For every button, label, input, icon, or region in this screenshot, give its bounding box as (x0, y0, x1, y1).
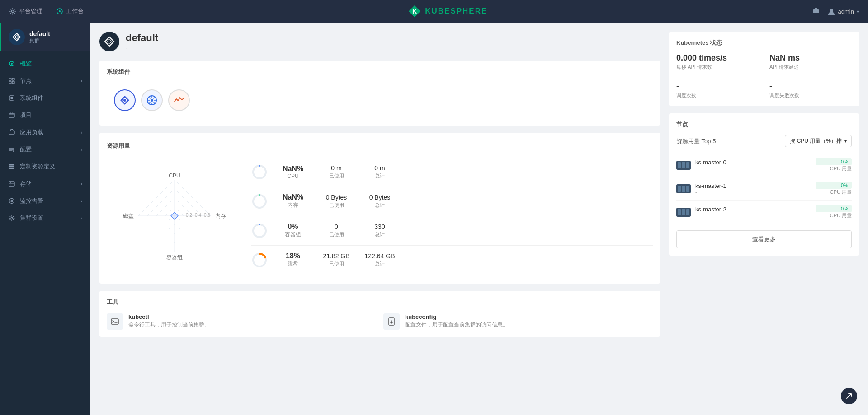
top-nav-left: 平台管理 工作台 (9, 7, 84, 15)
sidebar-label-config: 配置 (20, 145, 76, 154)
system-components-card: 系统组件 (99, 61, 660, 126)
sidebar-cluster[interactable]: default 集群 (0, 23, 90, 51)
disk-used-value: 21.82 GB (318, 252, 354, 260)
svg-point-28 (11, 217, 13, 219)
nodes-filter-dropdown[interactable]: 按 CPU 用量（%）排 ▾ (785, 135, 852, 147)
cpu-percent: NaN% (275, 165, 311, 173)
nodes-subheader: 资源用量 Top 5 按 CPU 用量（%）排 ▾ (676, 135, 852, 147)
sidebar-item-nodes[interactable]: 节点 › (0, 72, 90, 89)
kubeconfig-desc: 配置文件，用于配置当前集群的访问信息。 (405, 321, 508, 329)
k8s-api-latency-value: NaN ms (769, 53, 852, 63)
sidebar-item-monitor[interactable]: 监控告警 › (0, 192, 90, 210)
svg-text:内存: 内存 (215, 213, 226, 219)
svg-rect-22 (9, 168, 14, 169)
svg-point-60 (253, 195, 266, 208)
storage-icon (8, 180, 15, 187)
nodes-title: 节点 (676, 121, 688, 129)
nodes-section: 节点 资源用量 Top 5 按 CPU 用量（%）排 ▾ (669, 113, 859, 256)
node-0-pct-badge: 0% (816, 158, 852, 165)
containers-donut (251, 223, 268, 239)
cpu-total-label: 总计 (362, 173, 398, 179)
nodes-subtitle: 资源用量 Top 5 (676, 137, 716, 145)
cpu-total-col: 0 m 总计 (362, 164, 398, 179)
custresdef-icon (8, 163, 15, 170)
svg-rect-13 (12, 78, 14, 80)
k8s-api-requests-label: 每秒 API 请求数 (676, 64, 759, 70)
disk-used-col: 21.82 GB 已使用 (318, 252, 354, 267)
containers-percent: 0% (275, 223, 311, 231)
corner-action-button[interactable] (841, 388, 857, 404)
syscomp-kubernetes[interactable] (141, 89, 163, 111)
tool-kubeconfig[interactable]: kubeconfig 配置文件，用于配置当前集群的访问信息。 (383, 313, 653, 330)
config-chevron-icon: › (81, 147, 82, 152)
nodes-filter-chevron-icon: ▾ (844, 139, 847, 144)
admin-avatar-icon (827, 7, 835, 15)
metric-containers-row: 0% 容器组 0 已使用 330 总计 (251, 216, 653, 246)
node-2-pct-badge: 0% (816, 205, 852, 212)
disk-percent: 18% (275, 252, 311, 260)
kubeconfig-icon (383, 313, 400, 330)
containers-used-label: 已使用 (318, 231, 354, 238)
workbench-link[interactable]: 工作台 (56, 7, 84, 15)
node-row-2[interactable]: ks-master-2 - 0% CPU 用量 (676, 201, 852, 224)
admin-menu[interactable]: admin ▾ (827, 7, 859, 15)
tool-kubectl[interactable]: kubectl 命令行工具，用于控制当前集群。 (107, 313, 376, 330)
svg-rect-21 (9, 166, 14, 168)
sidebar: default 集群 概览 (0, 23, 90, 415)
node-row-1[interactable]: ks-master-1 - 0% CPU 用量 (676, 177, 852, 201)
syscomp-kubesphere[interactable] (114, 89, 136, 111)
resource-section: 资源用量 (99, 133, 660, 284)
nodes-header: 节点 (676, 121, 852, 129)
k8s-status-grid: 0.000 times/s 每秒 API 请求数 NaN ms API 请求延迟 (676, 53, 852, 70)
containers-total-value: 330 (362, 223, 398, 230)
sidebar-item-clustersettings[interactable]: 集群设置 › (0, 210, 90, 227)
svg-line-42 (154, 97, 156, 99)
svg-point-2 (59, 10, 61, 12)
tools-section: 工具 kubectl 命令行工具，用于控制当前集群。 (99, 291, 660, 337)
svg-text:K: K (412, 8, 417, 15)
containers-total-label: 总计 (362, 231, 398, 238)
cluster-icon (9, 29, 25, 45)
cpu-percent-col: NaN% CPU (275, 165, 311, 179)
sidebar-label-syscomponents: 系统组件 (20, 94, 82, 102)
sidebar-label-appworkloads: 应用负载 (20, 128, 76, 136)
svg-point-26 (9, 199, 14, 204)
projects-icon (8, 112, 15, 119)
mem-donut (251, 193, 268, 210)
svg-point-11 (11, 63, 13, 65)
platform-management-link[interactable]: 平台管理 (9, 7, 42, 15)
nodes-icon (8, 77, 15, 84)
sidebar-item-storage[interactable]: 存储 › (0, 175, 90, 192)
node-2-usage: 0% CPU 用量 (816, 205, 852, 219)
sidebar-item-projects[interactable]: 项目 (0, 107, 90, 124)
mem-percent-col: NaN% 内存 (275, 193, 311, 209)
sidebar-item-appworkloads[interactable]: 应用负载 › (0, 124, 90, 141)
sidebar-item-overview[interactable]: 概览 (0, 55, 90, 72)
node-row-0[interactable]: ks-master-0 - 0% CPU 用量 (676, 154, 852, 177)
node-1-name: ks-master-1 (695, 182, 811, 189)
node-0-sub: - (695, 166, 811, 171)
sidebar-item-custresdef[interactable]: 定制资源定义 (0, 158, 90, 175)
svg-line-41 (154, 102, 156, 104)
k8s-api-latency-label: API 请求延迟 (769, 64, 852, 70)
page-title-group: default - (126, 32, 158, 51)
node-2-pct: 0% (841, 206, 848, 211)
sidebar-item-config[interactable]: 配置 › (0, 141, 90, 158)
k8s-schedule-count: - 调度次数 (676, 82, 759, 99)
notification-icon[interactable] (812, 7, 820, 16)
workbench-icon (56, 8, 63, 15)
cpu-name: CPU (275, 173, 311, 179)
radar-chart: CPU 内存 容器组 磁盘 0.2 0.4 0.6 (107, 157, 242, 275)
svg-rect-15 (12, 81, 14, 84)
svg-point-30 (108, 40, 111, 43)
node-1-pct: 0% (841, 182, 848, 188)
sidebar-item-syscomponents[interactable]: 系统组件 (0, 89, 90, 107)
node-1-icon (676, 184, 691, 193)
main-layout: default 集群 概览 (0, 23, 868, 415)
mem-used-value: 0 Bytes (318, 194, 354, 201)
k8s-schedule-grid: - 调度次数 - 调度失败次数 (676, 82, 852, 99)
node-0-info: ks-master-0 - (695, 159, 811, 171)
metric-disk-row: 18% 磁盘 21.82 GB 已使用 122.64 GB 总计 (251, 246, 653, 275)
view-more-button[interactable]: 查看更多 (676, 230, 852, 248)
syscomp-monitor[interactable] (168, 89, 190, 111)
